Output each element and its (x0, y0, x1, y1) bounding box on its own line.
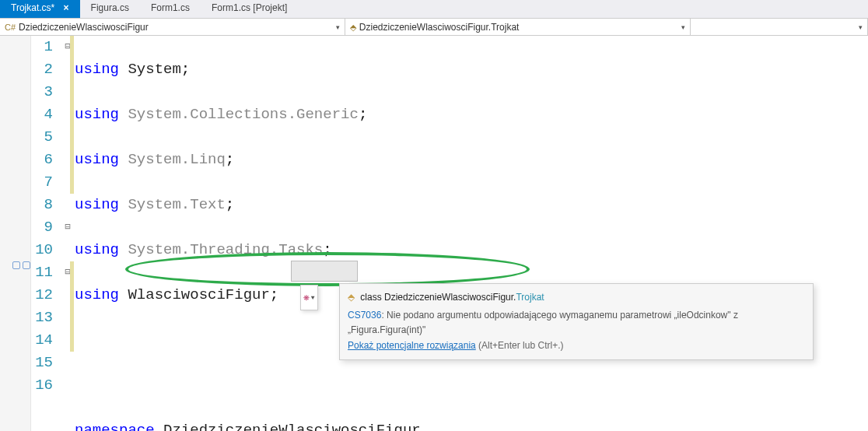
class-icon: ⬘ (350, 23, 356, 32)
tooltip-typename: Trojkat (516, 292, 544, 303)
error-tooltip: ⬘ class DziedziczenieWlasciwosciFigur.Tr… (339, 283, 814, 360)
error-code: CS7036 (348, 310, 381, 321)
code-editor[interactable]: 1 2 3 4 5 6 7 8 9 10 11 12 13 14 15 16 ⊟… (0, 36, 868, 431)
close-icon[interactable]: × (64, 2, 69, 13)
chevron-down-icon: ▾ (681, 23, 685, 31)
tab-label: Trojkat.cs* (11, 2, 54, 13)
shortcut-hint: (Alt+Enter lub Ctrl+.) (476, 340, 564, 351)
tab-form1[interactable]: Form1.cs (140, 0, 201, 18)
code-lens-indicator[interactable] (12, 261, 20, 269)
code-content[interactable]: using System; using System.Collections.G… (75, 36, 868, 431)
fold-toggle[interactable]: ⊟ (61, 216, 75, 239)
class-icon: ⬘ (348, 292, 355, 303)
show-fixes-link[interactable]: Pokaż potencjalne rozwiązania (348, 340, 476, 351)
tooltip-namespace: DziedziczenieWlasciwosciFigur. (384, 292, 516, 303)
error-message: : Nie podano argumentu odpowiadającego w… (348, 310, 738, 335)
tab-trojkat[interactable]: Trojkat.cs* × (0, 0, 80, 18)
nav-member-dropdown[interactable]: ▾ (691, 19, 868, 35)
tooltip-kind: class (360, 292, 381, 303)
breakpoint-margin[interactable] (0, 36, 31, 431)
nav-project-label: DziedziczenieWlasciwosciFigur (19, 22, 149, 33)
lightbulb-icon: ❋ (303, 286, 310, 309)
file-tabs: Trojkat.cs* × Figura.cs Form1.cs Form1.c… (0, 0, 868, 19)
line-numbers: 1 2 3 4 5 6 7 8 9 10 11 12 13 14 15 16 (31, 36, 61, 431)
tab-figura[interactable]: Figura.cs (80, 0, 140, 18)
csharp-project-icon: C# (5, 23, 16, 32)
tab-form1-project[interactable]: Form1.cs [Projekt] (201, 0, 298, 18)
nav-project-dropdown[interactable]: C#DziedziczenieWlasciwosciFigur ▾ (0, 19, 345, 35)
chevron-down-icon: ▾ (336, 23, 340, 31)
code-lens-indicator[interactable] (23, 261, 30, 269)
quick-actions-button[interactable]: ❋ ▼ (300, 285, 318, 310)
chevron-down-icon: ▾ (859, 23, 863, 31)
nav-class-label: DziedziczenieWlasciwosciFigur.Trojkat (359, 22, 520, 33)
nav-bar: C#DziedziczenieWlasciwosciFigur ▾ ⬘Dzied… (0, 19, 868, 36)
nav-class-dropdown[interactable]: ⬘DziedziczenieWlasciwosciFigur.Trojkat ▾ (345, 19, 691, 35)
chevron-down-icon: ▼ (311, 286, 315, 309)
